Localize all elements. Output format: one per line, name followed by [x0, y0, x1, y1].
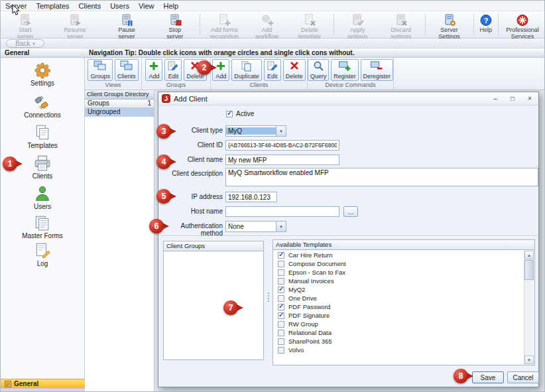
stop-server-button[interactable]: Stop server	[158, 13, 192, 42]
toolbar-group-label: Views	[85, 81, 141, 90]
save-button[interactable]: Save	[472, 371, 504, 383]
clients-duplicate-button[interactable]: Duplicate	[231, 59, 262, 81]
client-id-input[interactable]	[225, 140, 339, 151]
template-checkbox[interactable]	[278, 269, 284, 276]
sidebar-item-templates[interactable]: Templates	[1, 124, 84, 149]
template-row[interactable]: One Drive	[274, 294, 523, 302]
groups-column-header[interactable]: Groups 1	[85, 99, 154, 108]
template-checkbox[interactable]	[278, 304, 284, 310]
sidebar-item-connections[interactable]: Connections	[1, 94, 84, 119]
pause-server-button[interactable]: Pause server	[107, 13, 146, 42]
toolbar-group-label: Device Commands	[308, 81, 393, 90]
delete-template-button[interactable]: Delete template	[289, 13, 330, 42]
groups-edit-button[interactable]: Edit	[164, 59, 182, 81]
chevron-down-icon[interactable]: ▾	[276, 222, 286, 231]
template-checkbox[interactable]	[278, 338, 284, 345]
menu-help[interactable]: Help	[159, 1, 184, 11]
sidebar-item-master-forms[interactable]: Master Forms	[1, 214, 84, 239]
template-checkbox[interactable]	[278, 261, 284, 267]
apply-settings-button[interactable]: Apply settings	[337, 13, 378, 42]
templates-scrollbar[interactable]: ▲ ▼	[524, 251, 534, 364]
template-row[interactable]: MyQ2	[274, 285, 523, 294]
template-checkbox[interactable]	[278, 347, 284, 354]
host-name-input[interactable]	[225, 206, 339, 217]
resume-server-button[interactable]: Resume server	[54, 13, 95, 42]
clients-printer-icon	[33, 155, 52, 172]
template-checkbox[interactable]	[278, 330, 284, 336]
toolbar-button-label: Groups	[90, 73, 110, 80]
clients-delete-button[interactable]: Delete	[283, 59, 306, 81]
clients-toolbar: Groups Clients Views Add Edit	[85, 58, 545, 90]
template-checkbox[interactable]	[278, 295, 284, 302]
sidebar-item-settings[interactable]: Settings	[1, 62, 84, 87]
template-checkbox[interactable]	[278, 252, 284, 259]
template-checkbox[interactable]	[278, 321, 284, 328]
add-forms-recognition-button[interactable]: Add forms recognition	[204, 13, 245, 42]
client-description-input[interactable]: MyQ Smartworkflow enabled MFP	[225, 168, 538, 186]
template-row[interactable]: PDF Signature	[274, 311, 523, 320]
register-icon	[338, 60, 351, 72]
active-checkbox-row[interactable]: Active	[226, 110, 254, 117]
templates-icon	[34, 124, 51, 141]
add-workflow-button[interactable]: Add workflow	[247, 13, 286, 42]
panel-splitter[interactable]	[265, 241, 271, 360]
professional-services-button[interactable]: Professional Services	[502, 13, 543, 42]
template-row[interactable]: Car Hire Return	[274, 251, 523, 259]
views-groups-button[interactable]: Groups	[88, 59, 113, 81]
ip-address-input[interactable]	[225, 192, 277, 202]
menu-clients[interactable]: Clients	[74, 1, 106, 11]
dialog-title: Add Client	[174, 95, 208, 103]
help-button[interactable]: ? Help	[477, 13, 495, 35]
template-name: One Drive	[288, 294, 317, 302]
host-name-browse-button[interactable]: ...	[343, 206, 358, 217]
menu-templates[interactable]: Templates	[31, 1, 74, 11]
sidebar-footer-general[interactable]: General	[1, 379, 85, 388]
minimize-button[interactable]: –	[487, 92, 504, 105]
cancel-button[interactable]: Cancel	[507, 371, 539, 383]
template-row[interactable]: Manual Invoices	[274, 277, 523, 285]
scrollbar-thumb[interactable]	[524, 260, 534, 280]
active-checkbox[interactable]	[226, 111, 233, 117]
register-button[interactable]: Register	[331, 59, 358, 81]
authentication-method-select[interactable]: None ▾	[225, 221, 286, 232]
toolbar-button-label: Edit	[168, 73, 179, 80]
add-icon	[149, 60, 159, 72]
sidebar-item-users[interactable]: Users	[1, 185, 84, 210]
toolbar-button-label: Clients	[117, 73, 136, 80]
views-clients-button[interactable]: Clients	[115, 59, 139, 81]
deregister-button[interactable]: Deregister	[361, 59, 393, 81]
template-checkbox[interactable]	[278, 287, 284, 293]
template-row[interactable]: Epson - Scan to Fax	[274, 268, 523, 277]
start-server-button[interactable]: Start server	[8, 13, 42, 42]
menu-view[interactable]: View	[134, 1, 159, 11]
available-templates-header: Available Templates	[273, 240, 534, 250]
template-checkbox[interactable]	[278, 312, 284, 319]
client-groups-directory-title: Client Groups Directory	[85, 90, 154, 99]
client-type-select[interactable]: MyQ ▾	[225, 125, 286, 137]
query-button[interactable]: Query	[308, 59, 329, 81]
server-settings-button[interactable]: Server Settings	[429, 13, 470, 42]
template-row[interactable]: Volvo	[274, 346, 523, 354]
scroll-up-icon[interactable]: ▲	[524, 251, 534, 259]
back-button[interactable]: Back ▾	[6, 39, 44, 48]
chevron-down-icon[interactable]: ▾	[276, 126, 286, 136]
template-row[interactable]: RW Group	[274, 320, 523, 328]
master-forms-icon	[34, 214, 51, 231]
scroll-down-icon[interactable]: ▼	[524, 356, 534, 364]
groups-add-button[interactable]: Add	[145, 59, 162, 81]
dialog-title-bar[interactable]: Add Client – □ ×	[158, 92, 538, 105]
sidebar-item-log[interactable]: Log	[1, 242, 84, 267]
close-button[interactable]: ×	[521, 92, 538, 105]
clients-edit-button[interactable]: Edit	[264, 59, 281, 81]
add-workflow-icon	[261, 14, 274, 27]
template-row[interactable]: PDF Password	[274, 302, 523, 311]
template-checkbox[interactable]	[278, 278, 284, 285]
client-name-input[interactable]	[225, 155, 339, 165]
template-row[interactable]: Relational Data	[274, 328, 523, 337]
template-row[interactable]: SharePoint 365	[274, 337, 523, 346]
maximize-button[interactable]: □	[504, 92, 521, 105]
menu-users[interactable]: Users	[105, 1, 134, 11]
template-row[interactable]: Compose Document	[274, 259, 523, 268]
discard-settings-button[interactable]: Discard settings	[381, 13, 422, 42]
group-item-ungrouped[interactable]: Ungrouped	[85, 108, 154, 117]
